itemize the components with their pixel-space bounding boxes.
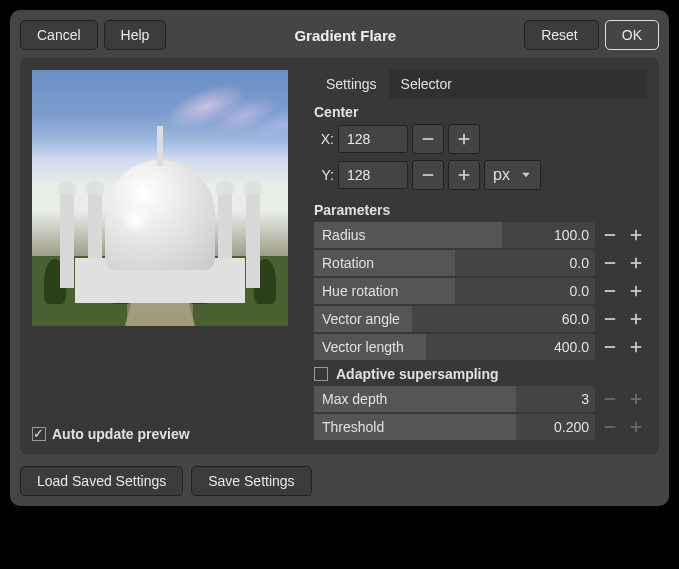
- tab-settings[interactable]: Settings: [314, 70, 389, 98]
- threshold-value: 0.200: [554, 419, 595, 435]
- vector-length-increment[interactable]: [625, 334, 647, 360]
- svg-rect-12: [605, 290, 616, 292]
- svg-rect-3: [423, 174, 434, 176]
- vector-angle-label: Vector angle: [314, 311, 400, 327]
- vector-length-value: 400.0: [554, 339, 595, 355]
- dialog-title: Gradient Flare: [172, 27, 518, 44]
- plus-icon: [629, 340, 643, 354]
- minus-icon: [603, 284, 617, 298]
- hue-rotation-increment[interactable]: [625, 278, 647, 304]
- threshold-label: Threshold: [314, 419, 384, 435]
- vector-angle-increment[interactable]: [625, 306, 647, 332]
- svg-rect-20: [635, 342, 637, 353]
- vector-length-decrement[interactable]: [599, 334, 621, 360]
- minus-icon: [603, 392, 617, 406]
- x-decrement[interactable]: [412, 124, 444, 154]
- y-label: Y:: [314, 167, 334, 183]
- max-depth-slider[interactable]: Max depth 3: [314, 386, 595, 412]
- y-input[interactable]: [338, 161, 408, 189]
- plus-icon: [629, 420, 643, 434]
- hue-rotation-slider[interactable]: Hue rotation 0.0: [314, 278, 595, 304]
- x-row: X:: [314, 124, 647, 154]
- svg-rect-11: [635, 258, 637, 269]
- ok-button[interactable]: OK: [605, 20, 659, 50]
- svg-rect-14: [635, 286, 637, 297]
- plus-icon: [457, 168, 471, 182]
- vector-length-row: Vector length 400.0: [314, 334, 647, 360]
- plus-icon: [457, 132, 471, 146]
- svg-rect-15: [605, 318, 616, 320]
- vector-angle-decrement[interactable]: [599, 306, 621, 332]
- plus-icon: [629, 228, 643, 242]
- y-increment[interactable]: [448, 160, 480, 190]
- threshold-slider[interactable]: Threshold 0.200: [314, 414, 595, 440]
- auto-update-checkbox[interactable]: [32, 427, 46, 441]
- max-depth-row: Max depth 3: [314, 386, 647, 412]
- auto-update-row: Auto update preview: [32, 412, 302, 442]
- svg-rect-23: [635, 394, 637, 405]
- footer-bar: Load Saved Settings Save Settings: [20, 466, 659, 496]
- radius-slider[interactable]: Radius 100.0: [314, 222, 595, 248]
- left-column: Auto update preview: [32, 70, 302, 442]
- preview-image: [32, 70, 288, 326]
- minus-icon: [603, 340, 617, 354]
- svg-rect-18: [605, 346, 616, 348]
- minus-icon: [603, 256, 617, 270]
- header-bar: Cancel Help Gradient Flare Reset OK: [20, 20, 659, 50]
- radius-row: Radius 100.0: [314, 222, 647, 248]
- svg-rect-6: [605, 234, 616, 236]
- minus-icon: [603, 312, 617, 326]
- rotation-decrement[interactable]: [599, 250, 621, 276]
- adaptive-checkbox[interactable]: [314, 367, 328, 381]
- minus-icon: [603, 420, 617, 434]
- max-depth-label: Max depth: [314, 391, 387, 407]
- adaptive-row: Adaptive supersampling: [314, 366, 647, 382]
- chevron-down-icon: [520, 169, 532, 181]
- svg-rect-21: [605, 398, 616, 400]
- rotation-increment[interactable]: [625, 250, 647, 276]
- cancel-button[interactable]: Cancel: [20, 20, 98, 50]
- minus-icon: [603, 228, 617, 242]
- radius-label: Radius: [314, 227, 366, 243]
- vector-angle-row: Vector angle 60.0: [314, 306, 647, 332]
- reset-button[interactable]: Reset: [524, 20, 599, 50]
- auto-update-label: Auto update preview: [52, 426, 190, 442]
- save-settings-button[interactable]: Save Settings: [191, 466, 311, 496]
- vector-angle-value: 60.0: [562, 311, 595, 327]
- unit-select[interactable]: px: [484, 160, 541, 190]
- help-button[interactable]: Help: [104, 20, 167, 50]
- x-increment[interactable]: [448, 124, 480, 154]
- svg-rect-24: [605, 426, 616, 428]
- parameters-heading: Parameters: [314, 202, 647, 218]
- max-depth-value: 3: [581, 391, 595, 407]
- x-input[interactable]: [338, 125, 408, 153]
- hue-rotation-row: Hue rotation 0.0: [314, 278, 647, 304]
- threshold-row: Threshold 0.200: [314, 414, 647, 440]
- center-heading: Center: [314, 104, 647, 120]
- vector-angle-slider[interactable]: Vector angle 60.0: [314, 306, 595, 332]
- rotation-slider[interactable]: Rotation 0.0: [314, 250, 595, 276]
- rotation-label: Rotation: [314, 255, 374, 271]
- unit-value: px: [493, 166, 510, 184]
- gradient-flare-dialog: Cancel Help Gradient Flare Reset OK: [10, 10, 669, 506]
- tab-selector[interactable]: Selector: [389, 70, 464, 98]
- tab-bar: Settings Selector: [314, 70, 647, 98]
- load-settings-button[interactable]: Load Saved Settings: [20, 466, 183, 496]
- plus-icon: [629, 284, 643, 298]
- vector-length-slider[interactable]: Vector length 400.0: [314, 334, 595, 360]
- max-depth-increment: [625, 386, 647, 412]
- plus-icon: [629, 256, 643, 270]
- radius-increment[interactable]: [625, 222, 647, 248]
- y-row: Y: px: [314, 160, 647, 190]
- hue-rotation-label: Hue rotation: [314, 283, 398, 299]
- rotation-value: 0.0: [570, 255, 595, 271]
- hue-rotation-decrement[interactable]: [599, 278, 621, 304]
- radius-decrement[interactable]: [599, 222, 621, 248]
- reset-label: Reset: [541, 27, 578, 43]
- svg-rect-9: [605, 262, 616, 264]
- threshold-increment: [625, 414, 647, 440]
- y-decrement[interactable]: [412, 160, 444, 190]
- minus-icon: [421, 168, 435, 182]
- svg-rect-0: [423, 138, 434, 140]
- svg-rect-5: [463, 170, 465, 181]
